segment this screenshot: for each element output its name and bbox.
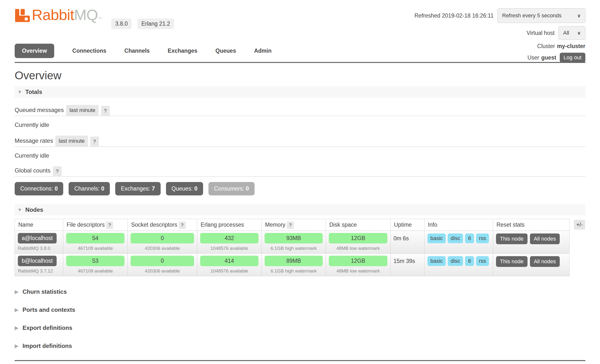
reset-this-node-button[interactable]: This node (496, 233, 528, 244)
erlang-processes-cell: 414 1048576 available (197, 253, 262, 276)
virtual-host-select[interactable]: All ∨ (559, 26, 585, 40)
triangle-right-icon: ▶ (15, 343, 19, 349)
column-toggle-button[interactable]: +/- (574, 220, 585, 230)
rates-idle-status: Currently idle (15, 152, 585, 159)
col-disk-space: Disk space (326, 219, 391, 231)
logout-button[interactable]: Log out (560, 53, 585, 62)
help-icon[interactable]: ? (90, 137, 99, 146)
help-icon[interactable]: ? (287, 222, 294, 229)
triangle-right-icon: ▶ (15, 289, 19, 295)
refresh-interval-value: Refresh every 5 seconds (502, 12, 561, 19)
triangle-down-icon: ▼ (18, 207, 22, 212)
help-icon[interactable]: ? (106, 222, 113, 229)
col-reset-stats: Reset stats (493, 219, 569, 231)
uptime-value: 0m 6s (393, 233, 421, 242)
consumers-count-button: Consumers: 0 (208, 182, 255, 195)
file-descriptors-cell: 54 467109 available (63, 231, 128, 253)
ports-and-contexts-section[interactable]: ▶ Ports and contexts (15, 306, 585, 313)
memory-sub: 6.1GB high watermark (265, 246, 323, 251)
uptime-cell: 0m 6s (391, 231, 424, 253)
triangle-right-icon: ▶ (15, 307, 19, 313)
totals-section-header[interactable]: ▼ Totals (15, 86, 585, 98)
socket-descriptors-value: 0 (131, 233, 194, 243)
user-name: guest (541, 54, 556, 61)
tab-connections[interactable]: Connections (72, 48, 106, 54)
reset-all-nodes-button[interactable]: All nodes (530, 233, 560, 244)
node-version: RabbitMQ 3.8.0 (18, 246, 60, 251)
memory-value: 93MB (265, 233, 323, 243)
refresh-interval-select[interactable]: Refresh every 5 seconds ∨ (497, 8, 585, 23)
file-descriptors-value: 53 (66, 256, 124, 266)
count-value: 0 (55, 185, 58, 192)
virtual-host-label: Virtual host (527, 30, 555, 36)
file-descriptors-sub: 467109 available (66, 268, 124, 274)
node-name-badge[interactable]: b@localhost (18, 256, 57, 266)
socket-descriptors-cell: 0 420306 available (128, 253, 197, 276)
disk-space-sub: 48MB low watermark (329, 268, 387, 274)
file-descriptors-cell: 53 467109 available (63, 253, 128, 276)
channels-count-button[interactable]: Channels: 0 (69, 182, 110, 195)
global-counts-label: Global counts (15, 167, 51, 176)
cluster-label: Cluster (537, 43, 555, 50)
erlang-processes-sub: 1048576 available (200, 246, 259, 251)
export-definitions-section[interactable]: ▶ Export definitions (15, 324, 585, 331)
memory-cell: 89MB 6.1GB high watermark (262, 253, 326, 276)
brand-wordmark: RabbitMQ™ (32, 7, 102, 27)
help-icon[interactable]: ? (53, 166, 62, 176)
erlang-processes-cell: 432 1048576 available (197, 231, 262, 253)
rabbitmq-rabbit-icon (15, 8, 30, 23)
export-definitions-label: Export definitions (22, 324, 72, 331)
nodes-table-wrap: Name File descriptors ? Socket descripto… (15, 219, 585, 276)
cluster-name: my-cluster (557, 43, 585, 50)
help-icon[interactable]: ? (101, 106, 110, 116)
memory-cell: 93MB 6.1GB high watermark (262, 231, 326, 253)
file-descriptors-sub: 467109 available (66, 246, 124, 251)
churn-statistics-section[interactable]: ▶ Churn statistics (15, 288, 585, 295)
queued-last-minute-selector[interactable]: last minute (66, 105, 98, 116)
reset-this-node-button[interactable]: This node (496, 256, 528, 267)
footer: HTTP API Server Docs Tutorials Community… (15, 360, 585, 364)
info-tag-rss: rss (476, 233, 489, 243)
uptime-value: 15m 39s (393, 256, 421, 264)
exchanges-count-button[interactable]: Exchanges: 7 (115, 182, 160, 195)
erlang-processes-sub: 1048576 available (200, 268, 259, 274)
socket-descriptors-cell: 0 420306 available (128, 231, 197, 253)
tab-overview[interactable]: Overview (15, 44, 54, 58)
reset-all-nodes-button[interactable]: All nodes (530, 256, 560, 267)
churn-statistics-label: Churn statistics (22, 288, 67, 295)
queues-count-button[interactable]: Queues: 0 (166, 182, 203, 195)
nodes-section-header[interactable]: ▼ Nodes (15, 204, 585, 215)
tab-admin[interactable]: Admin (254, 48, 272, 54)
count-label: Channels: (74, 185, 101, 192)
queued-idle-status: Currently idle (15, 121, 585, 128)
user-label: User (528, 54, 539, 61)
tab-channels[interactable]: Channels (124, 48, 150, 54)
refreshed-timestamp: Refreshed 2019-02-18 16:26:11 (414, 12, 494, 19)
main-content: Overview ▼ Totals Queued messages last m… (15, 69, 585, 349)
rabbitmq-logo[interactable]: RabbitMQ™ (15, 7, 102, 27)
import-definitions-section[interactable]: ▶ Import definitions (15, 343, 585, 349)
tab-exchanges[interactable]: Exchanges (168, 48, 197, 54)
rates-last-minute-selector[interactable]: last minute (55, 136, 88, 146)
info-tag-rss: rss (476, 256, 489, 266)
connections-count-button[interactable]: Connections: 0 (15, 182, 63, 195)
count-value: 0 (194, 185, 197, 192)
virtual-host-value: All (563, 30, 569, 36)
tab-queues[interactable]: Queues (216, 48, 236, 54)
queued-messages-label: Queued messages (15, 107, 64, 116)
count-value: 0 (246, 185, 249, 192)
erlang-processes-value: 432 (200, 233, 259, 243)
node-name-badge[interactable]: a@localhost (18, 233, 57, 243)
header: RabbitMQ™ 3.8.0 Erlang 21.2 Refreshed 20… (15, 0, 585, 29)
help-icon[interactable]: ? (179, 222, 186, 229)
disk-space-value: 12GB (329, 256, 387, 266)
reset-stats-cell: This node All nodes (493, 253, 569, 276)
uptime-cell: 15m 39s (391, 253, 424, 276)
page-title: Overview (15, 69, 585, 82)
col-info: Info (424, 219, 493, 231)
triangle-right-icon: ▶ (15, 325, 19, 331)
chevron-down-icon: ∨ (577, 13, 581, 19)
info-tag-disc: disc (448, 256, 463, 266)
nodes-table: Name File descriptors ? Socket descripto… (15, 219, 569, 276)
col-memory: Memory ? (262, 219, 326, 231)
